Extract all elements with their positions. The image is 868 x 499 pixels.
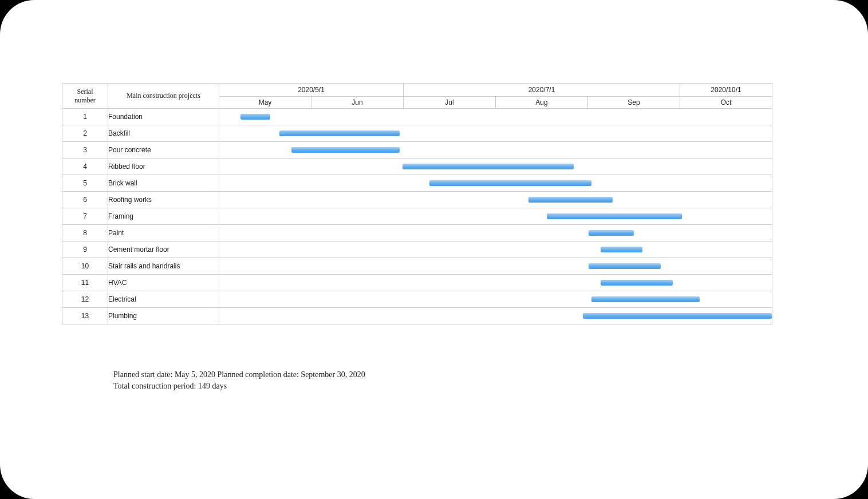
gantt-table: SerialnumberMain construction projects20… bbox=[62, 83, 772, 324]
gantt-bar bbox=[601, 280, 673, 286]
table-row: 13Plumbing bbox=[62, 308, 772, 324]
col-header-month: Sep bbox=[588, 97, 680, 109]
serial-cell: 4 bbox=[62, 159, 108, 175]
page: SerialnumberMain construction projects20… bbox=[0, 0, 868, 499]
serial-cell: 9 bbox=[62, 241, 108, 258]
table-row: 2Backfill bbox=[62, 125, 772, 142]
timeline-cell bbox=[219, 275, 772, 291]
col-header-month: Jun bbox=[311, 97, 404, 109]
timeline-cell bbox=[219, 308, 772, 324]
serial-cell: 13 bbox=[62, 308, 108, 324]
task-cell: Pour concrete bbox=[108, 142, 219, 159]
timeline-cell bbox=[219, 125, 772, 142]
timeline-cell bbox=[219, 208, 772, 225]
task-cell: Stair rails and handrails bbox=[108, 258, 219, 275]
table-row: 11HVAC bbox=[62, 275, 772, 291]
serial-cell: 1 bbox=[62, 109, 108, 125]
col-header-date-group: 2020/5/1 bbox=[219, 84, 404, 97]
timeline-cell bbox=[219, 225, 772, 241]
gantt-bar bbox=[547, 213, 682, 219]
serial-cell: 7 bbox=[62, 208, 108, 225]
col-header-main: Main construction projects bbox=[108, 84, 219, 109]
timeline-cell bbox=[219, 291, 772, 308]
timeline-cell bbox=[219, 258, 772, 275]
gantt-bar bbox=[291, 147, 400, 153]
col-header-month: Oct bbox=[680, 97, 772, 109]
table-row: 8Paint bbox=[62, 225, 772, 241]
task-cell: Plumbing bbox=[108, 308, 219, 324]
serial-cell: 3 bbox=[62, 142, 108, 159]
task-cell: Cement mortar floor bbox=[108, 241, 219, 258]
table-row: 9Cement mortar floor bbox=[62, 241, 772, 258]
task-cell: Foundation bbox=[108, 109, 219, 125]
gantt-bar bbox=[240, 114, 270, 120]
gantt-bar bbox=[279, 130, 400, 136]
gantt-bar bbox=[528, 197, 613, 203]
serial-cell: 5 bbox=[62, 175, 108, 192]
task-cell: Ribbed floor bbox=[108, 159, 219, 175]
task-cell: Roofing works bbox=[108, 192, 219, 208]
table-row: 4Ribbed floor bbox=[62, 159, 772, 175]
gantt-bar bbox=[583, 313, 772, 319]
col-header-date-group: 2020/10/1 bbox=[680, 84, 772, 97]
col-header-month: Aug bbox=[496, 97, 588, 109]
task-cell: Backfill bbox=[108, 125, 219, 142]
serial-cell: 6 bbox=[62, 192, 108, 208]
serial-cell: 8 bbox=[62, 225, 108, 241]
gantt-bar bbox=[589, 230, 634, 236]
col-header-month: Jul bbox=[404, 97, 496, 109]
task-cell: Brick wall bbox=[108, 175, 219, 192]
table-row: 5Brick wall bbox=[62, 175, 772, 192]
table-row: 3Pour concrete bbox=[62, 142, 772, 159]
col-header-serial: Serialnumber bbox=[62, 84, 108, 109]
task-cell: Electrical bbox=[108, 291, 219, 308]
serial-cell: 2 bbox=[62, 125, 108, 142]
gantt-bar bbox=[429, 180, 591, 186]
table-row: 12Electrical bbox=[62, 291, 772, 308]
timeline-cell bbox=[219, 192, 772, 208]
table-row: 7Framing bbox=[62, 208, 772, 225]
timeline-cell bbox=[219, 159, 772, 175]
task-cell: HVAC bbox=[108, 275, 219, 291]
gantt-bar bbox=[403, 164, 574, 169]
serial-cell: 10 bbox=[62, 258, 108, 275]
footer-note: Planned start date: May 5, 2020 Planned … bbox=[113, 369, 382, 393]
timeline-cell bbox=[219, 142, 772, 159]
task-cell: Framing bbox=[108, 208, 219, 225]
timeline-cell bbox=[219, 109, 772, 125]
timeline-cell bbox=[219, 241, 772, 258]
gantt-bar bbox=[589, 263, 661, 269]
timeline-cell bbox=[219, 175, 772, 192]
table-row: 10Stair rails and handrails bbox=[62, 258, 772, 275]
gantt-bar bbox=[601, 247, 642, 252]
serial-cell: 12 bbox=[62, 291, 108, 308]
task-cell: Paint bbox=[108, 225, 219, 241]
gantt-bar bbox=[591, 296, 700, 302]
serial-cell: 11 bbox=[62, 275, 108, 291]
table-row: 6Roofing works bbox=[62, 192, 772, 208]
col-header-month: May bbox=[219, 97, 311, 109]
table-row: 1Foundation bbox=[62, 109, 772, 125]
col-header-date-group: 2020/7/1 bbox=[404, 84, 680, 97]
gantt-chart: SerialnumberMain construction projects20… bbox=[62, 83, 772, 324]
